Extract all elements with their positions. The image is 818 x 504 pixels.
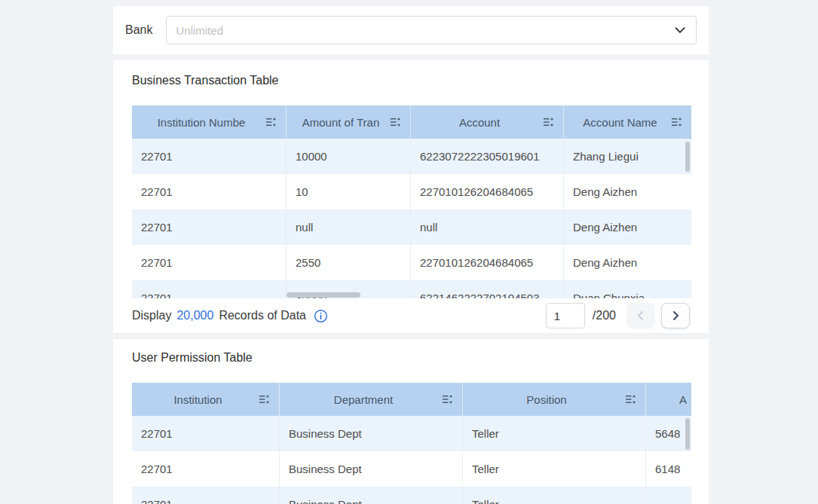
table-footer: Display 20,000 Records of Data /200 <box>132 303 690 328</box>
table-row: 22701 Business Dept Teller 5648 <box>132 416 691 451</box>
vertical-scrollbar[interactable] <box>685 142 690 172</box>
sort-icon[interactable] <box>259 394 270 405</box>
cell: 227010126204684065 <box>411 174 564 209</box>
table-row: 22701 Business Dept Teller 6148 <box>132 451 691 487</box>
previous-page-button[interactable] <box>627 303 655 328</box>
cell: 22701 <box>132 245 286 280</box>
bank-label: Bank <box>125 23 152 37</box>
column-header-account[interactable]: Account <box>411 105 564 139</box>
cell: 2550 <box>286 245 411 280</box>
display-label: Display <box>132 309 171 322</box>
records-label: Records of Data <box>219 309 306 322</box>
sort-icon[interactable] <box>543 117 554 128</box>
cell: Business Dept <box>280 487 463 504</box>
record-count-text: Display 20,000 Records of Data <box>132 309 328 323</box>
column-header-institution-number[interactable]: Institution Numbe <box>132 105 286 139</box>
chevron-left-icon <box>636 310 646 321</box>
cell: Teller <box>463 416 646 451</box>
cell <box>646 487 691 504</box>
chevron-right-icon <box>670 310 681 321</box>
cell: null <box>411 209 564 245</box>
table-row: 22701 30000 6221462222702104503 Duan Chu… <box>132 280 691 298</box>
cell: 22701 <box>132 451 280 487</box>
info-icon[interactable] <box>314 309 328 323</box>
next-page-button[interactable] <box>661 303 690 328</box>
bank-select-placeholder: Unlimited <box>176 24 673 37</box>
sort-icon[interactable] <box>442 394 453 405</box>
record-count: 20,000 <box>176 309 213 322</box>
column-header-account-name[interactable]: Account Name <box>564 105 691 139</box>
table-row: 22701 10000 6223072222305019601 Zhang Li… <box>132 139 691 174</box>
bank-filter-bar: Bank Unlimited <box>113 6 709 54</box>
table-header-row: Institution Numbe Amount of Tran Account <box>132 105 691 139</box>
cell: 22701 <box>132 209 286 245</box>
bank-select[interactable]: Unlimited <box>166 16 697 44</box>
permission-table: Institution Department Position <box>132 383 691 504</box>
cell: 227010126204684065 <box>411 245 564 280</box>
page-number-input[interactable] <box>546 303 585 328</box>
cell: Business Dept <box>280 451 463 487</box>
cell: 5648 <box>646 416 691 451</box>
table-body: 22701 Business Dept Teller 5648 22701 Bu… <box>132 416 691 504</box>
cell: Teller <box>463 487 646 504</box>
page: Bank Unlimited Business Transaction Tabl… <box>113 0 709 504</box>
table-row: 22701 10 227010126204684065 Deng Aizhen <box>132 174 691 209</box>
cell: Deng Aizhen <box>564 209 691 245</box>
table-header-row: Institution Department Position <box>132 383 691 416</box>
column-header-position[interactable]: Position <box>463 383 646 416</box>
cell: Teller <box>463 451 646 487</box>
table-row: 22701 Business Dept Teller <box>132 487 691 504</box>
cell: 6221462222702104503 <box>411 280 564 298</box>
permission-section: User Permission Table Institution Depart… <box>113 339 709 504</box>
sort-icon[interactable] <box>671 117 682 128</box>
vertical-scrollbar[interactable] <box>685 418 690 450</box>
cell: Deng Aizhen <box>564 245 691 280</box>
page-total: /200 <box>593 309 616 322</box>
cell: Zhang Liegui <box>564 139 691 174</box>
column-header-account[interactable]: A <box>646 383 691 416</box>
pagination: /200 <box>546 303 690 328</box>
cell: 22701 <box>132 280 286 298</box>
cell: 6148 <box>646 451 691 487</box>
table-body: 22701 10000 6223072222305019601 Zhang Li… <box>132 139 691 298</box>
cell: 6223072222305019601 <box>411 139 564 174</box>
cell: 22701 <box>132 139 286 174</box>
column-header-department[interactable]: Department <box>280 383 463 416</box>
table-row: 22701 null null Deng Aizhen <box>132 209 691 245</box>
cell: Deng Aizhen <box>564 174 691 209</box>
column-header-institution[interactable]: Institution <box>132 383 280 416</box>
sort-icon[interactable] <box>265 117 277 128</box>
cell: 10 <box>286 174 411 209</box>
transaction-table-title: Business Transaction Table <box>132 74 690 87</box>
cell: Duan Chunxia <box>564 280 691 298</box>
permission-table-title: User Permission Table <box>132 351 690 365</box>
cell: 22701 <box>132 487 280 504</box>
cell: null <box>286 209 411 245</box>
transaction-section: Business Transaction Table Institution N… <box>113 60 709 333</box>
sort-icon[interactable] <box>625 394 636 405</box>
cell: 22701 <box>132 416 280 451</box>
column-header-amount[interactable]: Amount of Tran <box>286 105 411 139</box>
cell: Business Dept <box>280 416 463 451</box>
cell: 22701 <box>132 174 286 209</box>
transaction-table: Institution Numbe Amount of Tran Account <box>132 105 691 298</box>
table-row: 22701 2550 227010126204684065 Deng Aizhe… <box>132 245 691 280</box>
chevron-down-icon <box>673 23 687 37</box>
sort-icon[interactable] <box>390 117 401 128</box>
cell: 10000 <box>286 139 411 174</box>
horizontal-scrollbar[interactable] <box>286 292 360 298</box>
